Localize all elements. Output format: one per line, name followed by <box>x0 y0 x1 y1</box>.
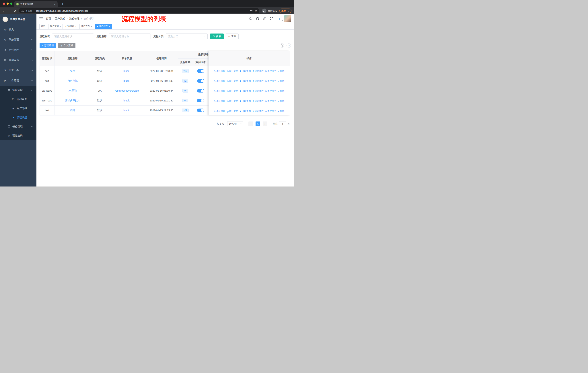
action-publish-process[interactable]: 发布流程 <box>252 90 263 93</box>
form-info-link[interactable]: biubiu <box>123 70 130 72</box>
tag-process-model[interactable]: 流程模型 <box>95 24 112 29</box>
not-secure-warning-icon[interactable] <box>21 10 24 12</box>
tag-tenant-management[interactable]: 租户管理 <box>48 24 63 29</box>
breadcrumb-home[interactable]: 首页 <box>46 17 51 20</box>
browser-tab[interactable]: 芋道管理系统 <box>14 1 58 7</box>
process-name-input[interactable] <box>109 33 151 39</box>
process-key-input[interactable] <box>52 33 94 39</box>
user-avatar[interactable] <box>284 15 291 22</box>
page-size-select[interactable]: 10条/页 <box>227 121 243 126</box>
active-toggle[interactable] <box>197 99 204 102</box>
action-design-process[interactable]: 设计流程 <box>227 100 238 103</box>
action-assign-rules[interactable]: 分配规则 <box>240 70 251 73</box>
sidebar-item-process-management[interactable]: 流程管理 <box>0 86 36 95</box>
process-name-link[interactable]: 测试多审批人 <box>65 99 80 102</box>
form-info-link[interactable]: /bpm/oa/leave/create <box>115 89 139 92</box>
incognito-profile-chip[interactable]: 无痕模式 <box>262 9 277 13</box>
prev-page-button[interactable] <box>248 121 253 126</box>
tag-home[interactable]: 首页 <box>39 24 47 29</box>
minimize-window-button[interactable] <box>7 2 9 5</box>
action-assign-rules[interactable]: 分配规则 <box>240 110 251 113</box>
active-toggle[interactable] <box>197 69 204 73</box>
action-process-definition[interactable]: 流程定义 <box>265 90 276 93</box>
close-window-button[interactable] <box>3 2 5 5</box>
breadcrumb-workflow[interactable]: 工作流程 <box>55 17 65 20</box>
sidebar-item-process-form[interactable]: 流程表单 <box>0 95 36 104</box>
action-design-process[interactable]: 设计流程 <box>227 80 238 83</box>
action-modify-process[interactable]: 修改流程 <box>214 90 225 93</box>
process-name-link[interactable]: eeee <box>70 70 75 72</box>
sidebar-item-task-management[interactable]: 任务管理 <box>0 122 36 131</box>
form-info-link[interactable]: biubiu <box>123 109 130 112</box>
close-icon[interactable] <box>75 25 77 28</box>
security-label[interactable]: 不安全 <box>26 9 32 12</box>
active-toggle[interactable] <box>197 89 204 92</box>
tab-close-icon[interactable] <box>54 3 56 6</box>
action-design-process[interactable]: 设计流程 <box>227 70 238 73</box>
app-logo[interactable]: 芋道管理系统 <box>0 14 36 24</box>
action-delete[interactable]: 删除 <box>278 100 284 103</box>
new-process-button[interactable]: 新建流程 <box>40 43 56 48</box>
forward-button[interactable] <box>8 9 11 12</box>
action-delete[interactable]: 删除 <box>278 70 284 73</box>
show-search-toggle-button[interactable] <box>280 43 284 48</box>
action-publish-process[interactable]: 发布流程 <box>252 100 263 103</box>
help-icon[interactable]: ? <box>263 17 266 20</box>
action-assign-rules[interactable]: 分配规则 <box>240 80 251 83</box>
tag-process-form[interactable]: 流程表单 <box>79 24 94 29</box>
reset-button[interactable]: 重置 <box>226 33 239 39</box>
close-icon[interactable] <box>60 25 61 28</box>
search-icon[interactable] <box>249 17 252 20</box>
form-info-link[interactable]: biubiu <box>123 80 130 82</box>
import-process-button[interactable]: 导入流程 <box>58 43 75 48</box>
action-delete[interactable]: 删除 <box>278 110 284 113</box>
reload-button[interactable] <box>14 9 16 13</box>
action-modify-process[interactable]: 修改流程 <box>214 80 225 83</box>
hamburger-menu-icon[interactable] <box>39 18 43 20</box>
breadcrumb-process-management[interactable]: 流程管理 <box>69 17 79 20</box>
chrome-update-button[interactable]: 更新 <box>279 9 292 13</box>
form-info-link[interactable]: biubiu <box>123 99 130 102</box>
password-key-icon[interactable] <box>250 9 253 12</box>
action-process-definition[interactable]: 流程定义 <box>265 100 276 103</box>
url-text[interactable]: dashboard.yudao.iocoder.cn/bpm/manager/m… <box>36 10 88 12</box>
page-number-1[interactable]: 1 <box>256 121 260 126</box>
back-button[interactable] <box>2 9 5 12</box>
action-assign-rules[interactable]: 分配规则 <box>240 90 251 93</box>
sidebar-item-home[interactable]: 首页 <box>0 24 36 35</box>
sidebar-item-system-management[interactable]: 系统管理 <box>0 35 36 45</box>
search-button[interactable]: 搜索 <box>210 33 224 39</box>
fullscreen-icon[interactable] <box>270 17 273 20</box>
tag-my-process[interactable]: 我的流程 <box>64 24 78 29</box>
process-category-select[interactable]: 流程分类 <box>166 33 208 39</box>
action-design-process[interactable]: 设计流程 <box>227 90 238 93</box>
sidebar-item-workflow[interactable]: 工作流程 <box>0 75 36 86</box>
new-tab-button[interactable] <box>60 2 65 6</box>
address-bar[interactable]: 不安全 dashboard.yudao.iocoder.cn/bpm/manag… <box>19 8 259 13</box>
sidebar-item-infrastructure[interactable]: 基础设施 <box>0 55 36 65</box>
bookmark-star-icon[interactable] <box>255 9 257 12</box>
goto-page-input[interactable] <box>279 121 286 126</box>
action-delete[interactable]: 删除 <box>278 80 284 83</box>
next-page-button[interactable] <box>263 121 267 126</box>
refresh-table-button[interactable] <box>286 43 291 48</box>
action-publish-process[interactable]: 发布流程 <box>252 80 263 83</box>
sidebar-item-process-model[interactable]: 流程模型 <box>0 113 36 122</box>
github-icon[interactable] <box>256 17 259 20</box>
action-modify-process[interactable]: 修改流程 <box>214 110 225 113</box>
process-name-link[interactable]: 自己审批 <box>67 79 78 82</box>
action-process-definition[interactable]: 流程定义 <box>265 70 276 73</box>
browser-menu-dots-icon[interactable] <box>287 10 290 12</box>
process-name-link[interactable]: OA 请假 <box>68 89 77 92</box>
action-process-definition[interactable]: 流程定义 <box>265 110 276 113</box>
font-size-icon[interactable]: TT <box>277 17 280 20</box>
sidebar-item-dev-tools[interactable]: 研发工具 <box>0 65 36 75</box>
action-publish-process[interactable]: 发布流程 <box>252 110 263 113</box>
zoom-window-button[interactable] <box>10 2 12 5</box>
action-process-definition[interactable]: 流程定义 <box>265 80 276 83</box>
action-assign-rules[interactable]: 分配规则 <box>240 100 251 103</box>
action-publish-process[interactable]: 发布流程 <box>252 70 263 73</box>
sidebar-item-leave-query[interactable]: 请假查询 <box>0 131 36 140</box>
action-modify-process[interactable]: 修改流程 <box>214 100 225 103</box>
active-toggle[interactable] <box>197 109 204 112</box>
